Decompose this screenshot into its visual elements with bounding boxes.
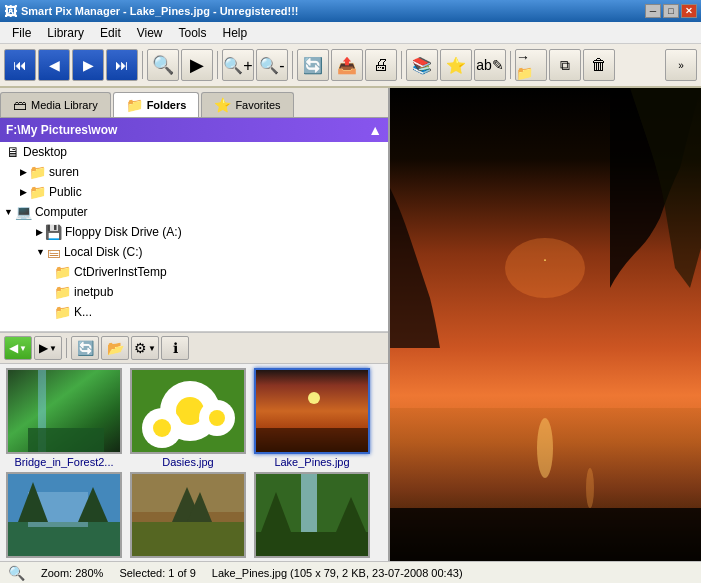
- preview-svg: [390, 88, 701, 561]
- tree-label-inetpub: inetpub: [74, 285, 113, 299]
- svg-rect-14: [8, 522, 120, 558]
- tree-item-public[interactable]: ▶ 📁 Public: [16, 182, 388, 202]
- title-bar-left: 🖼 Smart Pix Manager - Lake_Pines.jpg - U…: [4, 4, 299, 19]
- menu-edit[interactable]: Edit: [92, 24, 129, 42]
- thumb-item-field[interactable]: [128, 472, 248, 560]
- browse-button[interactable]: 🔍: [147, 49, 179, 81]
- thumb-img-field: [130, 472, 246, 558]
- toolbar-sep-1: [142, 51, 143, 79]
- slideshow-button[interactable]: ▶: [181, 49, 213, 81]
- move-button[interactable]: →📁: [515, 49, 547, 81]
- delete-button[interactable]: 🗑: [583, 49, 615, 81]
- thumb-svg-bridge: [8, 368, 120, 454]
- nav-back-arrow: ▼: [19, 344, 27, 353]
- nav-options-arrow: ▼: [148, 344, 156, 353]
- collection-button[interactable]: 📚: [406, 49, 438, 81]
- tree-item-ctdriver[interactable]: 📁 CtDriverInstTemp: [48, 262, 388, 282]
- nav-forward-button[interactable]: ▶ ▼: [34, 336, 62, 360]
- nav-last-button[interactable]: ⏭: [106, 49, 138, 81]
- nav-back-button[interactable]: ◀ ▼: [4, 336, 32, 360]
- tab-media-library[interactable]: 🗃 Media Library: [0, 92, 111, 117]
- thumb-label-bridge: Bridge_in_Forest2...: [14, 456, 113, 468]
- tab-folders[interactable]: 📁 Folders: [113, 92, 200, 117]
- thumb-item-bridge[interactable]: Bridge_in_Forest2...: [4, 368, 124, 468]
- more-tools-button[interactable]: »: [665, 49, 697, 81]
- nav-sep-1: [66, 338, 67, 358]
- thumb-item-waterfall[interactable]: [252, 472, 372, 560]
- copy-button[interactable]: ⧉: [549, 49, 581, 81]
- minimize-button[interactable]: ─: [645, 4, 661, 18]
- thumb-img-lake-pines: [254, 368, 370, 454]
- status-file-info: Lake_Pines.jpg (105 x 79, 2 KB, 23-07-20…: [212, 567, 463, 579]
- menu-view[interactable]: View: [129, 24, 171, 42]
- tree-item-ksama[interactable]: 📁 K...: [48, 302, 388, 322]
- nav-options-icon: ⚙: [134, 340, 147, 356]
- main-content: 🗃 Media Library 📁 Folders ⭐ Favorites F:…: [0, 88, 701, 561]
- title-text: Smart Pix Manager - Lake_Pines.jpg - Unr…: [21, 5, 299, 17]
- star-button[interactable]: ⭐: [440, 49, 472, 81]
- tree-item-floppy[interactable]: ▶ 💾 Floppy Disk Drive (A:): [32, 222, 388, 242]
- tree-item-computer[interactable]: ▼ 💻 Computer: [0, 202, 388, 222]
- maximize-button[interactable]: □: [663, 4, 679, 18]
- tab-bar: 🗃 Media Library 📁 Folders ⭐ Favorites: [0, 88, 388, 118]
- thumb-item-lake1[interactable]: [4, 472, 124, 560]
- tree-label-local-disk: Local Disk (C:): [64, 245, 143, 259]
- nav-refresh-button[interactable]: 🔄: [71, 336, 99, 360]
- tree-item-inetpub[interactable]: 📁 inetpub: [48, 282, 388, 302]
- toolbar-sep-2: [217, 51, 218, 79]
- local-disk-icon: 🖴: [47, 244, 61, 260]
- svg-point-32: [537, 418, 553, 478]
- ctdriver-icon: 📁: [54, 264, 71, 280]
- tab-media-library-label: Media Library: [31, 99, 98, 111]
- menu-bar: File Library Edit View Tools Help: [0, 22, 701, 44]
- nav-back-icon: ◀: [9, 341, 18, 355]
- zoom-out-button[interactable]: 🔍-: [256, 49, 288, 81]
- tree-arrow-local-disk[interactable]: ▼: [36, 247, 45, 257]
- tree-item-desktop[interactable]: 🖥 Desktop: [0, 142, 388, 162]
- nav-options-button[interactable]: ⚙ ▼: [131, 336, 159, 360]
- thumb-svg-field: [132, 472, 244, 558]
- tree-arrow-suren[interactable]: ▶: [20, 167, 27, 177]
- tree-arrow-computer[interactable]: ▼: [4, 207, 13, 217]
- menu-tools[interactable]: Tools: [171, 24, 215, 42]
- menu-library[interactable]: Library: [39, 24, 92, 42]
- title-bar: 🖼 Smart Pix Manager - Lake_Pines.jpg - U…: [0, 0, 701, 22]
- menu-help[interactable]: Help: [215, 24, 256, 42]
- nav-first-button[interactable]: ⏮: [4, 49, 36, 81]
- rename-button[interactable]: ab✎: [474, 49, 506, 81]
- tab-favorites-label: Favorites: [235, 99, 280, 111]
- tab-favorites[interactable]: ⭐ Favorites: [201, 92, 293, 117]
- thumb-svg-waterfall: [256, 472, 368, 558]
- left-panel: 🗃 Media Library 📁 Folders ⭐ Favorites F:…: [0, 88, 390, 561]
- tree-item-suren[interactable]: ▶ 📁 suren: [16, 162, 388, 182]
- tree-item-local-disk[interactable]: ▼ 🖴 Local Disk (C:): [32, 242, 388, 262]
- rotate-button[interactable]: 🔄: [297, 49, 329, 81]
- status-selected-text: Selected: 1 of 9: [119, 567, 195, 579]
- thumbnail-grid: Bridge_in_Forest2...: [0, 364, 388, 561]
- export-button[interactable]: 📤: [331, 49, 363, 81]
- print-button[interactable]: 🖨: [365, 49, 397, 81]
- toolbar-sep-5: [510, 51, 511, 79]
- toolbar-sep-4: [401, 51, 402, 79]
- thumb-item-daisies[interactable]: Dasies.jpg: [128, 368, 248, 468]
- menu-file[interactable]: File: [4, 24, 39, 42]
- nav-forward-icon: ▶: [39, 341, 48, 355]
- nav-info-button[interactable]: ℹ: [161, 336, 189, 360]
- thumb-item-lake-pines[interactable]: Lake_Pines.jpg: [252, 368, 372, 468]
- close-button[interactable]: ✕: [681, 4, 697, 18]
- tree-label-public: Public: [49, 185, 82, 199]
- zoom-in-button[interactable]: 🔍+: [222, 49, 254, 81]
- tree-arrow-public[interactable]: ▶: [20, 187, 27, 197]
- nav-scan-button[interactable]: 📂: [101, 336, 129, 360]
- svg-rect-34: [390, 508, 701, 561]
- thumb-img-daisies: [130, 368, 246, 454]
- media-library-icon: 🗃: [13, 97, 27, 113]
- svg-rect-19: [132, 522, 244, 558]
- nav-prev-button[interactable]: ◀: [38, 49, 70, 81]
- toolbar-sep-3: [292, 51, 293, 79]
- path-collapse-button[interactable]: ▲: [368, 122, 382, 138]
- nav-next-button[interactable]: ▶: [72, 49, 104, 81]
- tree-arrow-floppy[interactable]: ▶: [36, 227, 43, 237]
- status-zoom-text: Zoom: 280%: [41, 567, 103, 579]
- floppy-icon: 💾: [45, 224, 62, 240]
